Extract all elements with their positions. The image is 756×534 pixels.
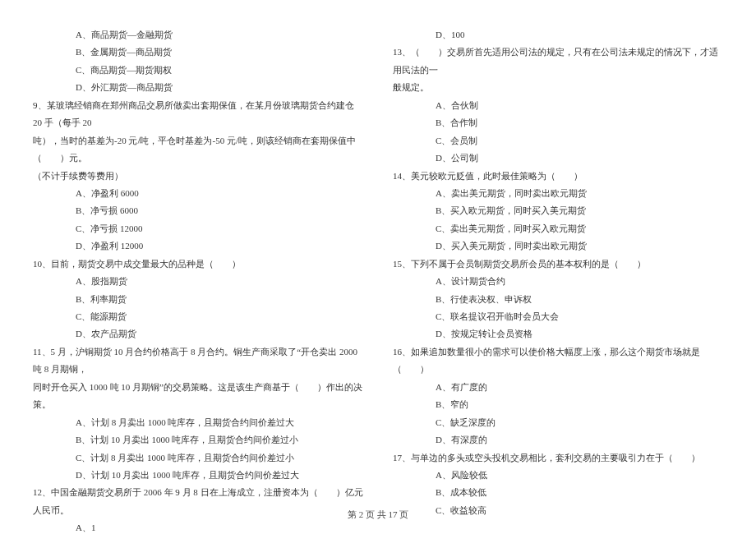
q13-option-a: A、合伙制: [393, 97, 723, 114]
q9-option-c: C、净亏损 12000: [33, 220, 363, 237]
q12-stem: 12、中国金融期货交易所于 2006 年 9 月 8 日在上海成立，注册资本为（…: [33, 484, 363, 519]
q16-stem: 16、如果追加数量很小的需求可以使价格大幅度上涨，那么这个期货市场就是（ ）: [393, 343, 723, 379]
q13-line2: 般规定。: [393, 79, 723, 96]
q9-option-a: A、净盈利 6000: [33, 185, 363, 202]
left-column: A、商品期货—金融期货 B、金属期货—商品期货 C、商品期货—期货期权 D、外汇…: [33, 26, 378, 501]
q16-option-d: D、有深度的: [393, 431, 723, 449]
q8-option-b: B、金属期货—商品期货: [33, 44, 363, 61]
q13-option-c: C、会员制: [393, 132, 723, 150]
q13-option-b: B、合作制: [393, 114, 723, 131]
q15-stem: 15、下列不属于会员制期货交易所会员的基本权利的是（ ）: [393, 255, 723, 273]
q10-option-a: A、股指期货: [33, 273, 363, 290]
right-column: D、100 13、（ ）交易所首先适用公司法的规定，只有在公司法未规定的情况下，…: [378, 26, 723, 501]
q17-option-c: C、收益较高: [393, 502, 723, 519]
q16-option-c: C、缺乏深度的: [393, 414, 723, 431]
q9-line2: 吨），当时的基差为-20 元/吨，平仓时基差为-50 元/吨，则该经销商在套期保…: [33, 132, 363, 168]
q8-option-c: C、商品期货—期货期权: [33, 62, 363, 79]
q15-option-b: B、行使表决权、申诉权: [393, 291, 723, 308]
q15-option-a: A、设计期货合约: [393, 273, 723, 290]
q17-option-b: B、成本较低: [393, 484, 723, 501]
q11-line1: 11、5 月，沪铜期货 10 月合约价格高于 8 月合约。铜生产商采取了“开仓卖…: [33, 343, 363, 379]
q15-option-c: C、联名提议召开临时会员大会: [393, 308, 723, 325]
q10-option-d: D、农产品期货: [33, 325, 363, 343]
q14-option-c: C、卖出美元期货，同时买入欧元期货: [393, 220, 723, 237]
q13-line1: 13、（ ）交易所首先适用公司法的规定，只有在公司法未规定的情况下，才适用民法的…: [393, 44, 723, 79]
q14-option-b: B、买入欧元期货，同时买入美元期货: [393, 202, 723, 219]
q10-option-b: B、利率期货: [33, 291, 363, 308]
q11-line2: 同时开仓买入 1000 吨 10 月期铜”的交易策略。这是该生产商基于（ ）作出…: [33, 379, 363, 414]
q17-stem: 17、与单边的多头或空头投机交易相比，套利交易的主要吸引力在于（ ）: [393, 449, 723, 467]
q15-option-d: D、按规定转让会员资格: [393, 325, 723, 343]
q9-line3: （不计手续费等费用）: [33, 168, 363, 185]
q8-option-d: D、外汇期货—商品期货: [33, 79, 363, 96]
q14-stem: 14、美元较欧元贬值，此时最佳策略为（ ）: [393, 168, 723, 185]
q12-option-a: A、1: [33, 519, 363, 534]
q17-option-a: A、风险较低: [393, 467, 723, 484]
q9-option-b: B、净亏损 6000: [33, 202, 363, 219]
q14-option-a: A、卖出美元期货，同时卖出欧元期货: [393, 185, 723, 202]
q10-stem: 10、目前，期货交易中成交量最大的品种是（ ）: [33, 255, 363, 273]
q14-option-d: D、买入美元期货，同时卖出欧元期货: [393, 237, 723, 255]
q12-option-d: D、100: [393, 26, 723, 44]
q11-option-a: A、计划 8 月卖出 1000 吨库存，且期货合约间价差过大: [33, 414, 363, 431]
q9-line1: 9、某玻璃经销商在郑州商品交易所做卖出套期保值，在某月份玻璃期货合约建仓 20 …: [33, 97, 363, 132]
q16-option-a: A、有广度的: [393, 379, 723, 396]
q11-option-d: D、计划 10 月卖出 1000 吨库存，且期货合约间价差过大: [33, 467, 363, 484]
q11-option-b: B、计划 10 月卖出 1000 吨库存，且期货合约间价差过小: [33, 431, 363, 449]
q10-option-c: C、能源期货: [33, 308, 363, 325]
q8-option-a: A、商品期货—金融期货: [33, 26, 363, 44]
q13-option-d: D、公司制: [393, 150, 723, 167]
q16-option-b: B、窄的: [393, 396, 723, 413]
q9-option-d: D、净盈利 12000: [33, 237, 363, 255]
page-body: A、商品期货—金融期货 B、金属期货—商品期货 C、商品期货—期货期权 D、外汇…: [0, 0, 756, 501]
q11-option-c: C、计划 8 月卖出 1000 吨库存，且期货合约间价差过小: [33, 449, 363, 467]
